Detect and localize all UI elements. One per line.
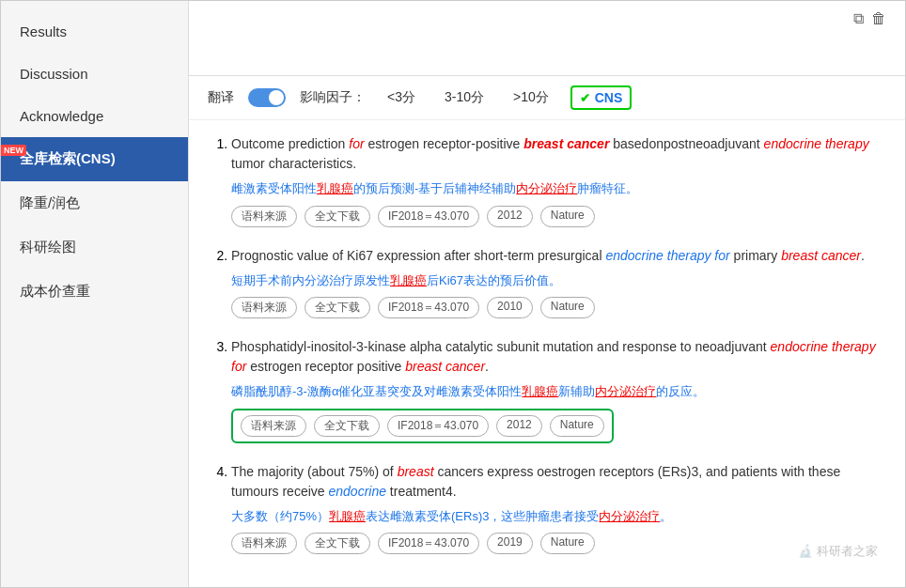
sidebar-item-0[interactable]: Results [1, 10, 188, 53]
copy-icon[interactable]: ⧉ [853, 10, 864, 27]
result-item-2: Prognostic value of Ki67 expression afte… [231, 246, 886, 319]
chinese-trans-3: 磷脂酰肌醇-3-激酶α催化亚基突变及对雌激素受体阳性乳腺癌新辅助内分泌治疗的反应… [231, 382, 886, 401]
sidebar-item-6[interactable]: 成本价查重 [1, 270, 188, 314]
result-title-3: Phosphatidyl-inositol-3-kinase alpha cat… [231, 337, 886, 377]
top-bar-icons: ⧉ 🗑 [853, 10, 886, 27]
tag-0-1[interactable]: 全文下载 [305, 206, 370, 227]
tag-3-0[interactable]: 语料来源 [231, 533, 297, 554]
sidebar-item-4[interactable]: 降重/润色 [1, 181, 188, 225]
sidebar-item-label: 成本价查重 [20, 283, 90, 299]
tag-3-4[interactable]: Nature [540, 533, 595, 554]
tags-wrapper-3: 语料来源全文下载IF2018＝43.0702012Nature [231, 409, 614, 443]
cns-checkmark: ✔ [580, 91, 590, 105]
cns-label: CNS [595, 90, 623, 105]
filter-3to10[interactable]: 3-10分 [437, 86, 492, 109]
tag-3-2[interactable]: IF2018＝43.070 [378, 533, 479, 554]
chinese-trans-2: 短期手术前内分泌治疗原发性乳腺癌后Ki67表达的预后价值。 [231, 271, 886, 290]
sidebar-item-label: Discussion [20, 66, 88, 82]
tag-2-1[interactable]: 全文下载 [314, 415, 380, 437]
tags-wrapper-4: 语料来源全文下载IF2018＝43.0702019Nature [231, 533, 886, 554]
tag-1-3[interactable]: 2010 [487, 297, 533, 318]
chinese-trans-1: 雌激素受体阳性乳腺癌的预后预测-基于后辅神经辅助内分泌治疗肿瘤特征。 [231, 179, 886, 198]
sidebar-item-label: 降重/润色 [20, 194, 80, 210]
result-item-3: Phosphatidyl-inositol-3-kinase alpha cat… [231, 337, 886, 443]
sidebar-item-2[interactable]: Acknowledge [1, 95, 188, 137]
tags-wrapper-2: 语料来源全文下载IF2018＝43.0702010Nature [231, 297, 886, 318]
tag-0-2[interactable]: IF2018＝43.070 [378, 206, 479, 227]
impact-label: 影响因子： [300, 89, 366, 106]
translate-label: 翻译 [208, 89, 234, 106]
tag-0-0[interactable]: 语料来源 [231, 206, 297, 227]
tag-1-1[interactable]: 全文下载 [305, 297, 370, 318]
sidebar-item-label: Acknowledge [20, 108, 103, 124]
chinese-trans-4: 大多数（约75%）乳腺癌表达雌激素受体(ERs)3，这些肿瘤患者接受内分泌治疗。 [231, 507, 886, 526]
top-bar: ⧉ 🗑 [189, 1, 905, 76]
sidebar-item-label: 全库检索(CNS) [20, 150, 116, 166]
filter-bar: 翻译 影响因子： <3分 3-10分 >10分 ✔ CNS [189, 76, 905, 120]
filter-gt10[interactable]: >10分 [506, 86, 556, 109]
result-title-1: Outcome prediction for estrogen receptor… [231, 134, 886, 174]
result-item-1: Outcome prediction for estrogen receptor… [231, 134, 886, 227]
results-area: Outcome prediction for estrogen receptor… [189, 120, 905, 587]
sidebar-item-5[interactable]: 科研绘图 [1, 225, 188, 270]
tag-1-2[interactable]: IF2018＝43.070 [378, 297, 479, 318]
sidebar-item-label: 科研绘图 [20, 239, 76, 255]
filter-cns[interactable]: ✔ CNS [570, 85, 633, 110]
main-panel: ⧉ 🗑 翻译 影响因子： <3分 3-10分 >10分 ✔ CNS Outcom… [189, 1, 905, 587]
sidebar: ResultsDiscussionAcknowledgeNEW全库检索(CNS)… [1, 1, 189, 587]
tags-wrapper-1: 语料来源全文下载IF2018＝43.0702012Nature [231, 206, 886, 227]
tag-2-0[interactable]: 语料来源 [241, 415, 306, 437]
sidebar-item-label: Results [20, 23, 67, 39]
new-badge: NEW [1, 145, 26, 156]
tag-1-0[interactable]: 语料来源 [231, 297, 297, 318]
tag-2-4[interactable]: Nature [550, 415, 604, 437]
filter-lt3[interactable]: <3分 [380, 86, 423, 109]
tag-0-4[interactable]: Nature [540, 206, 595, 227]
tag-3-1[interactable]: 全文下载 [305, 533, 370, 554]
sidebar-item-3[interactable]: NEW全库检索(CNS) [1, 137, 188, 181]
translate-toggle[interactable] [248, 88, 286, 107]
result-item-4: The majority (about 75%) of breast cance… [231, 462, 886, 555]
result-title-2: Prognostic value of Ki67 expression afte… [231, 246, 886, 266]
tag-1-4[interactable]: Nature [540, 297, 595, 318]
tag-2-3[interactable]: 2012 [496, 415, 542, 437]
sidebar-item-1[interactable]: Discussion [1, 53, 188, 95]
tag-2-2[interactable]: IF2018＝43.070 [387, 415, 489, 437]
result-title-4: The majority (about 75%) of breast cance… [231, 462, 886, 502]
delete-icon[interactable]: 🗑 [871, 10, 886, 27]
tag-3-3[interactable]: 2019 [487, 533, 533, 554]
tag-0-3[interactable]: 2012 [487, 206, 533, 227]
